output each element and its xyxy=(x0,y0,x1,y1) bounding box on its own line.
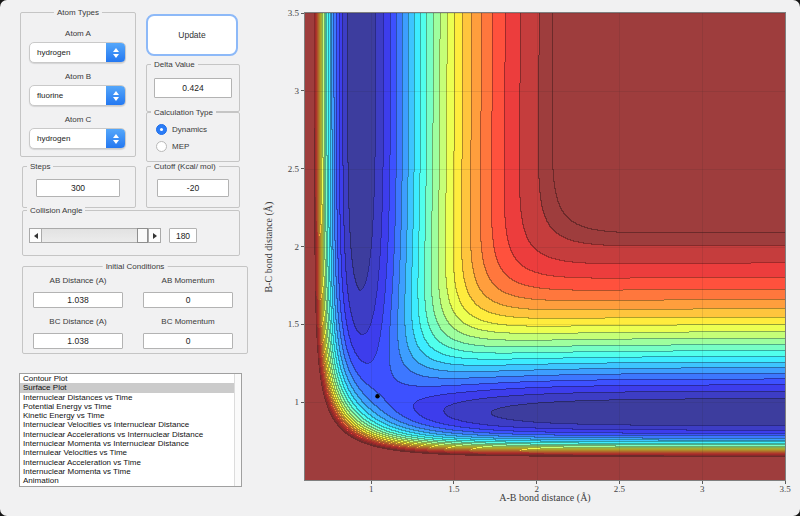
atom-c-value: hydrogen xyxy=(30,134,106,143)
delta-value-panel: Delta Value xyxy=(146,64,240,112)
list-item[interactable]: Internuclear Momenta vs Internuclear Dis… xyxy=(20,439,241,448)
list-item[interactable]: Internulear Velocities vs Time xyxy=(20,448,241,457)
app-window: Atom Types Atom A hydrogen Atom B fluori… xyxy=(0,0,800,516)
bc-distance-field[interactable] xyxy=(33,333,123,349)
y-tick-label: 1 xyxy=(259,397,299,407)
x-tick-label: 2.5 xyxy=(614,484,625,494)
collision-angle-panel: Collision Angle xyxy=(22,210,240,256)
collision-angle-field[interactable] xyxy=(169,228,197,243)
radio-mep-label: MEP xyxy=(172,142,189,151)
calculation-type-panel: Calculation Type Dynamics MEP xyxy=(146,112,240,162)
ab-distance-field[interactable] xyxy=(33,292,123,308)
atom-b-label: Atom B xyxy=(21,72,135,81)
radio-mep[interactable]: MEP xyxy=(156,141,189,152)
chevron-up-down-icon xyxy=(106,129,125,148)
slider-right-arrow[interactable] xyxy=(148,228,161,243)
x-tick-label: 3 xyxy=(700,484,705,494)
y-axis-label: B-C bond distance (Å) xyxy=(263,202,274,293)
list-item[interactable]: Internuclear Acceleration vs Time xyxy=(20,458,241,467)
x-tick-label: 1 xyxy=(369,484,374,494)
atom-a-label: Atom A xyxy=(21,29,135,38)
ab-momentum-label: AB Momentum xyxy=(143,276,233,285)
list-item[interactable]: Animation xyxy=(20,476,241,485)
atom-c-dropdown[interactable]: hydrogen xyxy=(29,128,126,149)
slider-track[interactable] xyxy=(41,228,149,243)
radio-button-icon xyxy=(156,141,167,152)
delta-value-field[interactable] xyxy=(154,78,232,98)
atom-types-panel-title: Atom Types xyxy=(54,8,102,17)
ab-momentum-field[interactable] xyxy=(143,292,233,308)
x-axis-label: A-B bond distance (Å) xyxy=(499,492,590,503)
y-tick-label: 2.5 xyxy=(259,164,299,174)
bc-momentum-field[interactable] xyxy=(143,333,233,349)
list-item[interactable]: Contour Plot xyxy=(20,374,241,383)
steps-field[interactable] xyxy=(36,179,120,197)
bc-momentum-label: BC Momentum xyxy=(143,317,233,326)
y-tick-label: 3 xyxy=(259,86,299,96)
list-item[interactable]: Surface Plot xyxy=(20,383,241,392)
arrow-right-icon xyxy=(153,233,157,239)
plot-axes-frame xyxy=(304,12,786,481)
list-item[interactable]: Internuclear Velocities vs Internuclear … xyxy=(20,420,241,429)
y-tick-label: 3.5 xyxy=(259,8,299,18)
atom-c-label: Atom C xyxy=(21,115,135,124)
atom-b-dropdown[interactable]: fluorine xyxy=(29,85,126,106)
plot-type-listbox[interactable]: Contour PlotSurface PlotInternuclear Dis… xyxy=(19,373,242,487)
ab-distance-label: AB Distance (A) xyxy=(33,276,123,285)
list-item[interactable]: Kinetic Energy vs Time xyxy=(20,411,241,420)
bc-distance-label: BC Distance (A) xyxy=(33,317,123,326)
x-tick-label: 3.5 xyxy=(779,484,790,494)
steps-panel: Steps xyxy=(22,166,136,208)
update-button[interactable]: Update xyxy=(146,14,238,56)
atom-a-value: hydrogen xyxy=(30,48,106,57)
chevron-up-down-icon xyxy=(106,86,125,105)
contour-plot xyxy=(305,13,785,480)
slider-thumb[interactable] xyxy=(137,228,148,243)
list-item[interactable]: Internuclear Accelerations vs Internucle… xyxy=(20,430,241,439)
cutoff-field[interactable] xyxy=(157,179,229,197)
x-tick-label: 1.5 xyxy=(448,484,459,494)
initial-conditions-title: Initial Conditions xyxy=(103,262,168,271)
delta-value-title: Delta Value xyxy=(151,60,198,69)
atom-a-dropdown[interactable]: hydrogen xyxy=(29,42,126,63)
listbox-scrollbar[interactable] xyxy=(234,374,241,486)
y-tick-label: 1.5 xyxy=(259,319,299,329)
cutoff-panel: Cutoff (Kcal/ mol) xyxy=(146,166,240,208)
atom-b-value: fluorine xyxy=(30,91,106,100)
cutoff-title: Cutoff (Kcal/ mol) xyxy=(151,162,219,171)
collision-angle-slider[interactable] xyxy=(29,228,161,243)
chevron-up-down-icon xyxy=(106,43,125,62)
list-item[interactable]: Internuclear Distances vs Time xyxy=(20,393,241,402)
arrow-left-icon xyxy=(34,233,38,239)
radio-dynamics-label: Dynamics xyxy=(172,125,207,134)
list-item[interactable]: Internuclear Momenta vs Time xyxy=(20,467,241,476)
list-item[interactable]: Potential Energy vs Time xyxy=(20,402,241,411)
collision-angle-title: Collision Angle xyxy=(27,206,85,215)
atom-types-panel: Atom Types Atom A hydrogen Atom B fluori… xyxy=(20,12,136,157)
steps-title: Steps xyxy=(27,162,53,171)
calculation-type-title: Calculation Type xyxy=(151,108,216,117)
initial-conditions-panel: Initial Conditions AB Distance (A) AB Mo… xyxy=(22,266,248,354)
radio-button-icon xyxy=(156,124,167,135)
radio-dynamics[interactable]: Dynamics xyxy=(156,124,207,135)
